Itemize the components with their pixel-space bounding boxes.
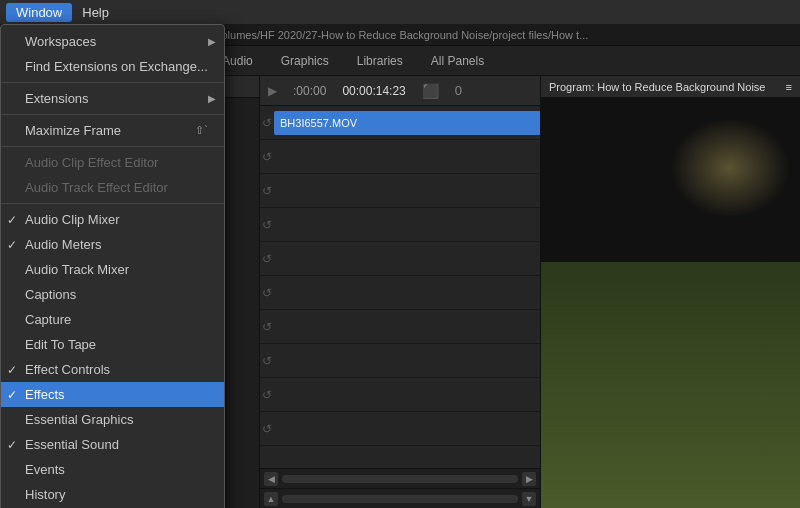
menu-item-audio-clip-effect: Audio Clip Effect Editor — [1, 150, 224, 175]
dropdown-overlay: Workspaces Find Extensions on Exchange..… — [0, 24, 225, 508]
undo-icon-10[interactable]: ↺ — [260, 422, 274, 436]
track-row-10: ↺ — [260, 412, 540, 446]
menu-item-effect-controls[interactable]: Effect Controls — [1, 357, 224, 382]
v-scrollbar[interactable] — [282, 495, 518, 503]
scroll-down[interactable]: ▼ — [522, 492, 536, 506]
scrollbar-area: ◀ ▶ — [260, 468, 540, 488]
program-preview — [541, 98, 800, 508]
track-row-9: ↺ — [260, 378, 540, 412]
undo-icon-7[interactable]: ↺ — [260, 320, 274, 334]
undo-icon-3[interactable]: ↺ — [260, 184, 274, 198]
program-header: Program: How to Reduce Background Noise … — [541, 76, 800, 98]
menu-window[interactable]: Window — [6, 3, 72, 22]
track-content-8 — [274, 344, 540, 377]
track-content-1: BH3I6557.MOV — [274, 106, 540, 139]
track-content-2 — [274, 140, 540, 173]
window-dropdown-menu: Workspaces Find Extensions on Exchange..… — [0, 24, 225, 508]
menu-sep-1 — [1, 82, 224, 83]
track-content-6 — [274, 276, 540, 309]
menu-item-workspaces[interactable]: Workspaces — [1, 29, 224, 54]
track-content-10 — [274, 412, 540, 445]
track-content-7 — [274, 310, 540, 343]
track-content-9 — [274, 378, 540, 411]
menu-item-capture[interactable]: Capture — [1, 307, 224, 332]
preview-background — [541, 262, 800, 508]
video-clip[interactable]: BH3I6557.MOV — [274, 111, 540, 135]
bottom-scrollbar: ▲ ▼ — [260, 488, 540, 508]
track-row-4: ↺ — [260, 208, 540, 242]
menu-sep-4 — [1, 203, 224, 204]
program-menu-icon[interactable]: ≡ — [786, 81, 792, 93]
menu-item-audio-meters[interactable]: Audio Meters — [1, 232, 224, 257]
track-row-1: ↺ BH3I6557.MOV — [260, 106, 540, 140]
menu-item-extensions[interactable]: Extensions — [1, 86, 224, 111]
track-row-3: ↺ — [260, 174, 540, 208]
shortcut-maximize: ⇧` — [195, 124, 208, 137]
menu-bar: Window Help — [0, 0, 800, 24]
clip-name: BH3I6557.MOV — [280, 117, 357, 129]
program-title: Program: How to Reduce Background Noise — [549, 81, 765, 93]
track-row-7: ↺ — [260, 310, 540, 344]
tab-libraries[interactable]: Libraries — [345, 50, 415, 72]
scroll-left[interactable]: ◀ — [264, 472, 278, 486]
undo-icon-4[interactable]: ↺ — [260, 218, 274, 232]
timecode-bar: ▶ :00:00 00:00:14:23 ⬛ 0 — [260, 76, 540, 106]
menu-item-essential-sound[interactable]: Essential Sound — [1, 432, 224, 457]
track-row-5: ↺ — [260, 242, 540, 276]
menu-sep-2 — [1, 114, 224, 115]
right-panel: Program: How to Reduce Background Noise … — [540, 76, 800, 508]
track-content-3 — [274, 174, 540, 207]
track-content-4 — [274, 208, 540, 241]
menu-item-edit-to-tape[interactable]: Edit To Tape — [1, 332, 224, 357]
menu-sep-3 — [1, 146, 224, 147]
menu-item-captions[interactable]: Captions — [1, 282, 224, 307]
track-row-2: ↺ — [260, 140, 540, 174]
scroll-up[interactable]: ▲ — [264, 492, 278, 506]
undo-icon-2[interactable]: ↺ — [260, 150, 274, 164]
menu-item-audio-track-effect: Audio Track Effect Editor — [1, 175, 224, 200]
menu-item-events[interactable]: Events — [1, 457, 224, 482]
scrollbar-track[interactable] — [282, 475, 518, 483]
tab-all-panels[interactable]: All Panels — [419, 50, 496, 72]
undo-icon[interactable]: ↺ — [260, 116, 274, 130]
tab-graphics[interactable]: Graphics — [269, 50, 341, 72]
menu-help[interactable]: Help — [72, 3, 119, 22]
menu-item-audio-clip-mixer[interactable]: Audio Clip Mixer — [1, 207, 224, 232]
track-row-8: ↺ — [260, 344, 540, 378]
menu-item-history[interactable]: History — [1, 482, 224, 507]
track-row-6: ↺ — [260, 276, 540, 310]
menu-item-audio-track-mixer[interactable]: Audio Track Mixer — [1, 257, 224, 282]
undo-icon-8[interactable]: ↺ — [260, 354, 274, 368]
undo-icon-6[interactable]: ↺ — [260, 286, 274, 300]
scroll-right[interactable]: ▶ — [522, 472, 536, 486]
menu-item-maximize-frame[interactable]: Maximize Frame ⇧` — [1, 118, 224, 143]
menu-item-find-extensions[interactable]: Find Extensions on Exchange... — [1, 54, 224, 79]
timeline-area: ▶ :00:00 00:00:14:23 ⬛ 0 ↺ BH3I6557.MOV … — [260, 76, 540, 508]
track-content-5 — [274, 242, 540, 275]
menu-item-essential-graphics[interactable]: Essential Graphics — [1, 407, 224, 432]
undo-icon-5[interactable]: ↺ — [260, 252, 274, 266]
menu-item-effects[interactable]: Effects — [1, 382, 224, 407]
timecode-start: :00:00 — [293, 84, 326, 98]
track-container: ↺ BH3I6557.MOV ↺ ↺ ↺ ↺ — [260, 106, 540, 468]
timecode-end: 00:00:14:23 — [342, 84, 405, 98]
preview-highlight — [670, 118, 790, 218]
undo-icon-9[interactable]: ↺ — [260, 388, 274, 402]
project-path: /Volumes/HF 2020/27-How to Reduce Backgr… — [212, 29, 589, 41]
